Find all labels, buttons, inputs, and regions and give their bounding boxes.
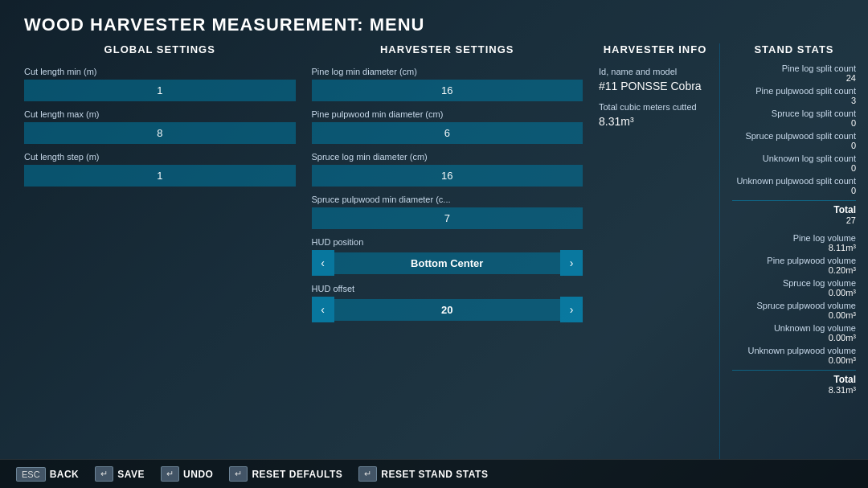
- spruce-pulpwood-min-diam-label: Spruce pulpwood min diameter (c...: [312, 195, 583, 204]
- harvester-id-row: Id, name and model #11 PONSSE Cobra: [599, 67, 711, 92]
- split-count-row: Spruce log split count0: [732, 109, 856, 128]
- spruce-pulpwood-min-diam-field: Spruce pulpwood min diameter (c...: [312, 195, 583, 229]
- pine-log-min-diam-label: Pine log min diameter (cm): [312, 67, 583, 76]
- btn-label: RESET DEFAULTS: [252, 469, 342, 480]
- hud-position-label: HUD position: [312, 237, 583, 247]
- hud-position-next-button[interactable]: ›: [560, 250, 583, 276]
- harvester-id-label: Id, name and model: [599, 67, 711, 76]
- cut-length-max-label: Cut length max (m): [24, 109, 296, 119]
- hud-position-prev-button[interactable]: ‹: [312, 250, 334, 276]
- hud-offset-next-button[interactable]: ›: [560, 297, 583, 322]
- volume-row: Spruce log volume0.00m³: [732, 278, 856, 297]
- cut-length-min-field: Cut length min (m): [24, 67, 296, 101]
- bottom-bar: ESCBACK↵SAVE↵UNDO↵RESET DEFAULTS↵RESET S…: [0, 459, 868, 488]
- cubic-meters-value: 8.31m³: [599, 115, 711, 128]
- harvester-info-title: HARVESTER INFO: [599, 43, 711, 55]
- pine-pulpwood-min-diam-input[interactable]: [312, 122, 583, 144]
- volume-label: Unknown pulpwood volume: [732, 346, 856, 355]
- cut-length-max-input[interactable]: [24, 122, 296, 144]
- volume-value: 0.00m³: [732, 288, 856, 297]
- page-title: WOOD HARVESTER MEASUREMENT: MENU: [0, 0, 868, 43]
- volume-value: 0.20m³: [732, 265, 856, 275]
- split-count-row: Unknown pulpwood split count0: [732, 176, 856, 195]
- btn-label: RESET STAND STATS: [381, 469, 488, 480]
- hud-position-selector: ‹ Bottom Center ›: [312, 250, 583, 276]
- cut-length-min-label: Cut length min (m): [24, 67, 296, 76]
- btn-label: BACK: [50, 469, 80, 480]
- volume-divider: [732, 370, 856, 371]
- pine-log-min-diam-field: Pine log min diameter (cm): [312, 67, 583, 101]
- cut-length-step-field: Cut length step (m): [24, 152, 296, 187]
- volume-total-value: 8.31m³: [732, 385, 856, 395]
- key-badge: ↵: [95, 466, 113, 482]
- split-count-value: 0: [732, 163, 856, 173]
- key-badge: ↵: [161, 466, 179, 482]
- split-count-row: Pine log split count24: [732, 64, 856, 83]
- split-count-value: 0: [732, 141, 856, 150]
- harvester-id-value: #11 PONSSE Cobra: [599, 80, 711, 92]
- bottom-btn-reset-defaults[interactable]: ↵RESET DEFAULTS: [229, 466, 342, 482]
- harvester-settings-title: HARVESTER SETTINGS: [312, 43, 583, 55]
- pine-pulpwood-min-diam-label: Pine pulpwood min diameter (cm): [312, 109, 583, 119]
- volume-row: Pine log volume8.11m³: [732, 233, 856, 252]
- spruce-log-min-diam-input[interactable]: [312, 165, 583, 187]
- key-badge: ↵: [358, 466, 377, 482]
- split-count-value: 0: [732, 118, 856, 128]
- volume-label: Pine pulpwood volume: [732, 256, 856, 265]
- hud-offset-label: HUD offset: [312, 284, 583, 293]
- hud-offset-value: 20: [334, 299, 561, 321]
- cut-length-min-input[interactable]: [24, 80, 296, 101]
- btn-label: UNDO: [183, 469, 213, 480]
- bottom-btn-reset-stand-stats[interactable]: ↵RESET STAND STATS: [358, 466, 488, 482]
- split-count-value: 24: [732, 73, 856, 83]
- volumes-container: Pine log volume8.11m³Pine pulpwood volum…: [732, 233, 856, 365]
- split-count-row: Spruce pulpwood split count0: [732, 131, 856, 150]
- split-count-value: 3: [732, 96, 856, 105]
- pine-pulpwood-min-diam-field: Pine pulpwood min diameter (cm): [312, 109, 583, 144]
- global-settings-title: GLOBAL SETTINGS: [24, 43, 296, 55]
- volume-value: 0.00m³: [732, 310, 856, 320]
- split-count-row: Unknown log split count0: [732, 154, 856, 173]
- split-counts-container: Pine log split count24Pine pulpwood spli…: [732, 64, 856, 195]
- pine-log-min-diam-input[interactable]: [312, 80, 583, 101]
- volume-row: Spruce pulpwood volume0.00m³: [732, 301, 856, 320]
- spruce-pulpwood-min-diam-input[interactable]: [312, 207, 583, 229]
- split-count-row: Pine pulpwood split count3: [732, 86, 856, 105]
- stand-stats-panel: STAND STATS Pine log split count24Pine p…: [719, 43, 868, 459]
- volume-value: 8.11m³: [732, 243, 856, 252]
- volume-row: Unknown pulpwood volume0.00m³: [732, 346, 856, 365]
- cut-length-max-field: Cut length max (m): [24, 109, 296, 144]
- btn-label: SAVE: [117, 469, 145, 480]
- harvester-settings-panel: HARVESTER SETTINGS Pine log min diameter…: [304, 43, 592, 459]
- volume-total-label: Total: [732, 374, 856, 385]
- hud-position-value: Bottom Center: [334, 252, 561, 274]
- split-total-value: 27: [732, 215, 856, 225]
- split-total-label: Total: [732, 204, 856, 215]
- global-settings-panel: GLOBAL SETTINGS Cut length min (m) Cut l…: [16, 43, 304, 459]
- hud-position-field: HUD position ‹ Bottom Center ›: [312, 237, 583, 276]
- split-count-value: 0: [732, 186, 856, 195]
- volume-row: Unknown log volume0.00m³: [732, 323, 856, 342]
- split-count-label: Unknown log split count: [732, 154, 856, 163]
- split-count-label: Pine pulpwood split count: [732, 86, 856, 96]
- volume-label: Unknown log volume: [732, 323, 856, 333]
- hud-offset-prev-button[interactable]: ‹: [312, 297, 334, 322]
- stand-stats-title: STAND STATS: [732, 43, 856, 55]
- volume-label: Spruce pulpwood volume: [732, 301, 856, 310]
- key-badge: ESC: [16, 467, 46, 482]
- bottom-btn-undo[interactable]: ↵UNDO: [161, 466, 213, 482]
- volume-value: 0.00m³: [732, 355, 856, 365]
- split-count-label: Spruce log split count: [732, 109, 856, 118]
- cubic-meters-label: Total cubic meters cutted: [599, 102, 711, 112]
- cubic-meters-row: Total cubic meters cutted 8.31m³: [599, 102, 711, 128]
- volume-label: Pine log volume: [732, 233, 856, 243]
- harvester-info-panel: HARVESTER INFO Id, name and model #11 PO…: [591, 43, 719, 459]
- hud-offset-selector: ‹ 20 ›: [312, 297, 583, 322]
- cut-length-step-label: Cut length step (m): [24, 152, 296, 162]
- split-divider: [732, 200, 856, 201]
- cut-length-step-input[interactable]: [24, 165, 296, 187]
- volume-value: 0.00m³: [732, 333, 856, 342]
- spruce-log-min-diam-field: Spruce log min diameter (cm): [312, 152, 583, 187]
- bottom-btn-save[interactable]: ↵SAVE: [95, 466, 145, 482]
- bottom-btn-back[interactable]: ESCBACK: [16, 467, 79, 482]
